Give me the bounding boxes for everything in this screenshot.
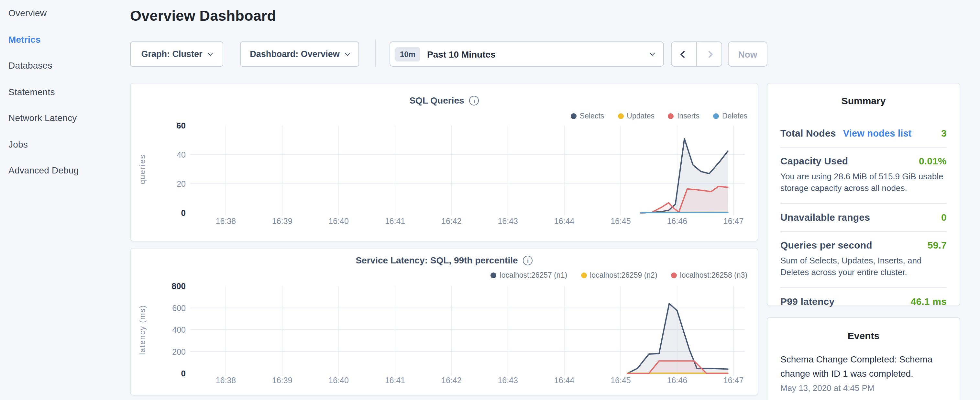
sidebar: Overview Metrics Databases Statements Ne… [0,0,129,183]
qps-value: 59.7 [928,239,947,250]
sidebar-item-metrics[interactable]: Metrics [0,26,129,53]
qps-label: Queries per second [780,239,872,250]
chevron-down-icon [650,51,655,56]
unavailable-ranges-label: Unavailable ranges [780,212,870,223]
event-timestamp: May 13, 2020 at 4:45 PM [780,383,947,393]
controls-divider [375,40,376,67]
sql-queries-chart-card: SQL Queries i SelectsUpdatesInsertsDelet… [130,83,758,241]
summary-row-unavailable-ranges: Unavailable ranges 0 [780,203,947,231]
view-nodes-list-link[interactable]: View nodes list [843,128,912,139]
capacity-label: Capacity Used [780,155,848,166]
total-nodes-value: 3 [941,127,947,139]
qps-description: Sum of Selects, Updates, Inserts, and De… [780,255,947,279]
time-step-buttons [671,41,722,67]
summary-title: Summary [780,95,947,106]
app-viewport: Overview Metrics Databases Statements Ne… [0,0,980,400]
summary-row-qps: Queries per second 59.7 Sum of Selects, … [780,231,947,287]
svg-text:0: 0 [181,369,186,378]
svg-text:16:39: 16:39 [272,376,293,385]
summary-row-total-nodes: Total Nodes View nodes list 3 [780,120,947,147]
sidebar-item-jobs[interactable]: Jobs [0,131,129,157]
sidebar-item-statements[interactable]: Statements [0,79,129,105]
time-range-label: Past 10 Minutes [427,49,496,59]
svg-text:16:40: 16:40 [328,376,349,385]
event-list-item[interactable]: Schema Change Completed: Schema change w… [780,352,947,393]
service-latency-chart-card: Service Latency: SQL, 99th percentile i … [130,248,758,395]
capacity-description: You are using 28.6 MiB of 515.9 GiB usab… [780,171,947,195]
svg-text:40: 40 [177,150,186,159]
svg-text:16:45: 16:45 [611,217,631,226]
now-button[interactable]: Now [728,41,767,67]
p99-value: 46.1 ms [911,296,947,307]
chevron-left-icon [680,51,688,58]
svg-text:0: 0 [181,208,186,218]
svg-text:16:43: 16:43 [498,217,518,226]
p99-label: P99 latency [780,296,834,307]
chevron-right-icon [706,51,713,58]
svg-text:16:42: 16:42 [441,376,462,385]
summary-row-capacity: Capacity Used 0.01% You are using 28.6 M… [780,147,947,203]
svg-text:16:39: 16:39 [272,217,293,226]
svg-text:16:42: 16:42 [441,217,462,226]
events-panel: Events Schema Change Completed: Schema c… [767,317,960,400]
total-nodes-label: Total Nodes [780,127,836,139]
unavailable-ranges-value: 0 [941,212,947,223]
graph-scope-dropdown-label: Graph: Cluster [141,49,202,59]
svg-text:60: 60 [176,121,186,131]
svg-text:400: 400 [172,325,186,334]
chevron-down-icon [345,51,350,56]
svg-text:16:41: 16:41 [385,376,406,385]
svg-text:16:44: 16:44 [554,376,574,385]
event-message: Schema Change Completed: Schema change w… [780,352,947,381]
sidebar-item-advanced-debug[interactable]: Advanced Debug [0,157,129,183]
svg-text:16:47: 16:47 [724,217,744,226]
svg-text:queries: queries [138,155,146,185]
dashboard-dropdown-label: Dashboard: Overview [250,49,340,59]
sql-queries-chart: 16:3816:3916:4016:4116:4216:4316:4416:45… [131,83,758,241]
svg-text:16:38: 16:38 [216,376,236,385]
svg-text:800: 800 [172,281,186,291]
summary-panel: Summary Total Nodes View nodes list 3 Ca… [767,83,960,306]
svg-text:16:46: 16:46 [667,376,687,385]
svg-text:16:38: 16:38 [216,217,236,226]
svg-text:16:46: 16:46 [667,217,687,226]
svg-text:16:47: 16:47 [724,376,744,385]
svg-text:16:40: 16:40 [328,217,349,226]
sidebar-item-overview[interactable]: Overview [0,0,129,26]
chevron-down-icon [207,51,213,56]
time-range-badge: 10m [395,47,420,61]
capacity-value: 0.01% [919,155,947,166]
svg-text:16:43: 16:43 [498,376,518,385]
time-step-forward-button[interactable] [696,41,722,67]
dashboard-dropdown[interactable]: Dashboard: Overview [240,41,359,67]
svg-text:16:44: 16:44 [554,217,574,226]
svg-text:16:41: 16:41 [385,217,406,226]
svg-text:600: 600 [172,304,186,312]
svg-text:16:45: 16:45 [611,376,631,385]
service-latency-chart: 16:3816:3916:4016:4116:4216:4316:4416:45… [131,249,758,395]
page-title: Overview Dashboard [130,8,276,25]
sidebar-item-network-latency[interactable]: Network Latency [0,105,129,131]
sidebar-item-databases[interactable]: Databases [0,53,129,79]
events-title: Events [780,330,947,341]
time-range-selector[interactable]: 10m Past 10 Minutes [390,41,664,67]
svg-text:200: 200 [172,347,186,356]
svg-text:20: 20 [177,179,186,188]
graph-scope-dropdown[interactable]: Graph: Cluster [130,41,223,67]
svg-text:latency (ms): latency (ms) [138,305,146,355]
time-step-back-button[interactable] [671,41,697,67]
summary-row-p99: P99 latency 46.1 ms [780,287,947,315]
